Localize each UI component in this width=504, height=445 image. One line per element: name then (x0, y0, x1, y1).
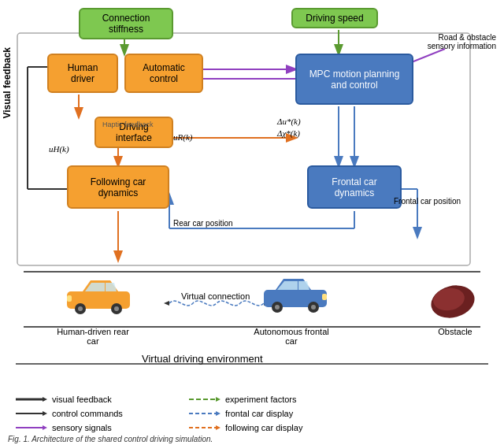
haptic-feedback-label: Haptic feedback (102, 121, 154, 128)
diagram-container: Connection stiffness Driving speed Human… (0, 0, 504, 445)
following-car-box: Following car dynamics (67, 165, 169, 209)
connection-stiffness-box: Connection stiffness (79, 8, 173, 39)
legend-line-following (189, 422, 220, 433)
automatic-control-box: Automatic control (124, 54, 203, 93)
driving-speed-box: Driving speed (291, 8, 378, 28)
legend-area: visual feedback experiment factors contr… (16, 394, 346, 433)
visual-feedback-label: Visual feedback (2, 47, 13, 119)
legend-sensory-signals: sensory signals (16, 422, 173, 433)
legend-line-sensory (16, 422, 47, 433)
u-h-label: uH(k) (49, 144, 69, 154)
legend-visual-feedback: visual feedback (16, 394, 173, 405)
svg-marker-22 (164, 301, 169, 306)
human-driver-box: Human driver (47, 54, 118, 93)
obstacle-label: Obstacle (428, 327, 483, 336)
svg-point-34 (275, 305, 280, 310)
legend-line-control (16, 408, 47, 419)
svg-rect-37 (322, 294, 327, 300)
svg-point-30 (114, 306, 119, 311)
svg-marker-52 (216, 425, 220, 430)
svg-point-36 (311, 305, 316, 310)
frontal-car-box: Frontal car dynamics (307, 165, 402, 209)
figure-caption: Fig. 1. Architecture of the shared contr… (8, 435, 213, 443)
delta-chi-label: Δχ*(k) (277, 128, 300, 138)
delta-u-label: Δu*(k) (277, 117, 301, 126)
virtual-connection-label: Virtual connection (181, 291, 250, 301)
legend-frontal-car-display: frontal car display (189, 408, 346, 419)
autonomous-frontal-label: Autonomous frontal car (248, 327, 335, 346)
svg-marker-44 (216, 397, 220, 402)
svg-marker-46 (43, 411, 47, 416)
mpc-box: MPC motion planning and control (295, 54, 413, 105)
legend-following-car-display: following car display (189, 422, 346, 433)
u-r-label: uR(k) (173, 132, 192, 142)
svg-marker-50 (43, 425, 47, 430)
svg-rect-31 (67, 295, 72, 302)
rear-car-svg (63, 276, 134, 315)
human-driven-label: Human-driven rear car (54, 327, 132, 346)
legend-line-frontal (189, 408, 220, 419)
legend-line-experiment (189, 394, 220, 405)
frontal-car-svg (260, 274, 331, 313)
frontal-car-pos-label: Frontal car position (394, 197, 461, 206)
legend-line-visual (16, 394, 47, 405)
svg-marker-42 (43, 397, 47, 402)
separator-line (0, 362, 504, 365)
legend-control-commands: control commands (16, 408, 173, 419)
svg-marker-48 (216, 411, 220, 416)
rear-car-pos-label: Rear car position (173, 219, 233, 228)
svg-point-28 (78, 306, 83, 311)
obstacle-svg (425, 280, 476, 319)
legend-experiment-factors: experiment factors (189, 394, 346, 405)
road-sensory-label: Road & obstacle sensory information (417, 33, 496, 50)
